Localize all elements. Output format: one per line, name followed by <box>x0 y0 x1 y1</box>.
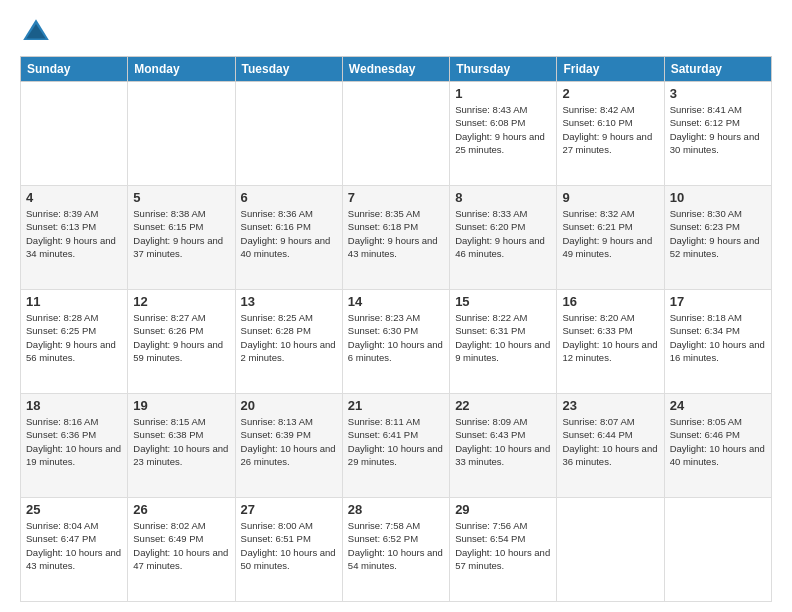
calendar-cell <box>342 82 449 186</box>
cell-info-text: Sunrise: 8:39 AMSunset: 6:13 PMDaylight:… <box>26 207 122 260</box>
col-header-saturday: Saturday <box>664 57 771 82</box>
col-header-wednesday: Wednesday <box>342 57 449 82</box>
cell-day-number: 28 <box>348 502 444 517</box>
cell-info-text: Sunrise: 8:23 AMSunset: 6:30 PMDaylight:… <box>348 311 444 364</box>
cell-day-number: 29 <box>455 502 551 517</box>
cell-day-number: 19 <box>133 398 229 413</box>
calendar-cell: 18Sunrise: 8:16 AMSunset: 6:36 PMDayligh… <box>21 394 128 498</box>
cell-day-number: 20 <box>241 398 337 413</box>
calendar-cell: 23Sunrise: 8:07 AMSunset: 6:44 PMDayligh… <box>557 394 664 498</box>
calendar-cell: 16Sunrise: 8:20 AMSunset: 6:33 PMDayligh… <box>557 290 664 394</box>
calendar-page: SundayMondayTuesdayWednesdayThursdayFrid… <box>0 0 792 612</box>
calendar-cell: 2Sunrise: 8:42 AMSunset: 6:10 PMDaylight… <box>557 82 664 186</box>
cell-day-number: 8 <box>455 190 551 205</box>
cell-info-text: Sunrise: 7:58 AMSunset: 6:52 PMDaylight:… <box>348 519 444 572</box>
cell-info-text: Sunrise: 8:27 AMSunset: 6:26 PMDaylight:… <box>133 311 229 364</box>
cell-info-text: Sunrise: 8:32 AMSunset: 6:21 PMDaylight:… <box>562 207 658 260</box>
cell-info-text: Sunrise: 8:42 AMSunset: 6:10 PMDaylight:… <box>562 103 658 156</box>
cell-day-number: 1 <box>455 86 551 101</box>
cell-info-text: Sunrise: 8:22 AMSunset: 6:31 PMDaylight:… <box>455 311 551 364</box>
cell-info-text: Sunrise: 8:38 AMSunset: 6:15 PMDaylight:… <box>133 207 229 260</box>
calendar-cell: 19Sunrise: 8:15 AMSunset: 6:38 PMDayligh… <box>128 394 235 498</box>
calendar-cell: 17Sunrise: 8:18 AMSunset: 6:34 PMDayligh… <box>664 290 771 394</box>
cell-info-text: Sunrise: 8:16 AMSunset: 6:36 PMDaylight:… <box>26 415 122 468</box>
calendar-cell: 10Sunrise: 8:30 AMSunset: 6:23 PMDayligh… <box>664 186 771 290</box>
cell-info-text: Sunrise: 8:11 AMSunset: 6:41 PMDaylight:… <box>348 415 444 468</box>
cell-day-number: 10 <box>670 190 766 205</box>
calendar-cell: 11Sunrise: 8:28 AMSunset: 6:25 PMDayligh… <box>21 290 128 394</box>
cell-day-number: 25 <box>26 502 122 517</box>
calendar-cell <box>664 498 771 602</box>
calendar-cell <box>235 82 342 186</box>
cell-day-number: 4 <box>26 190 122 205</box>
cell-info-text: Sunrise: 8:36 AMSunset: 6:16 PMDaylight:… <box>241 207 337 260</box>
cell-info-text: Sunrise: 8:07 AMSunset: 6:44 PMDaylight:… <box>562 415 658 468</box>
header <box>20 16 772 48</box>
cell-info-text: Sunrise: 8:43 AMSunset: 6:08 PMDaylight:… <box>455 103 551 156</box>
cell-info-text: Sunrise: 8:20 AMSunset: 6:33 PMDaylight:… <box>562 311 658 364</box>
calendar-cell: 20Sunrise: 8:13 AMSunset: 6:39 PMDayligh… <box>235 394 342 498</box>
cell-info-text: Sunrise: 8:13 AMSunset: 6:39 PMDaylight:… <box>241 415 337 468</box>
cell-day-number: 27 <box>241 502 337 517</box>
cell-day-number: 12 <box>133 294 229 309</box>
cell-day-number: 5 <box>133 190 229 205</box>
calendar-cell: 15Sunrise: 8:22 AMSunset: 6:31 PMDayligh… <box>450 290 557 394</box>
cell-info-text: Sunrise: 8:02 AMSunset: 6:49 PMDaylight:… <box>133 519 229 572</box>
calendar-cell: 27Sunrise: 8:00 AMSunset: 6:51 PMDayligh… <box>235 498 342 602</box>
calendar-table: SundayMondayTuesdayWednesdayThursdayFrid… <box>20 56 772 602</box>
cell-info-text: Sunrise: 7:56 AMSunset: 6:54 PMDaylight:… <box>455 519 551 572</box>
week-row-3: 11Sunrise: 8:28 AMSunset: 6:25 PMDayligh… <box>21 290 772 394</box>
cell-info-text: Sunrise: 8:00 AMSunset: 6:51 PMDaylight:… <box>241 519 337 572</box>
cell-info-text: Sunrise: 8:15 AMSunset: 6:38 PMDaylight:… <box>133 415 229 468</box>
col-header-sunday: Sunday <box>21 57 128 82</box>
week-row-1: 1Sunrise: 8:43 AMSunset: 6:08 PMDaylight… <box>21 82 772 186</box>
calendar-cell: 14Sunrise: 8:23 AMSunset: 6:30 PMDayligh… <box>342 290 449 394</box>
cell-info-text: Sunrise: 8:09 AMSunset: 6:43 PMDaylight:… <box>455 415 551 468</box>
cell-day-number: 21 <box>348 398 444 413</box>
cell-day-number: 18 <box>26 398 122 413</box>
cell-day-number: 26 <box>133 502 229 517</box>
col-header-friday: Friday <box>557 57 664 82</box>
calendar-cell: 26Sunrise: 8:02 AMSunset: 6:49 PMDayligh… <box>128 498 235 602</box>
logo-icon <box>20 16 52 48</box>
header-row: SundayMondayTuesdayWednesdayThursdayFrid… <box>21 57 772 82</box>
cell-day-number: 13 <box>241 294 337 309</box>
cell-info-text: Sunrise: 8:18 AMSunset: 6:34 PMDaylight:… <box>670 311 766 364</box>
cell-info-text: Sunrise: 8:33 AMSunset: 6:20 PMDaylight:… <box>455 207 551 260</box>
cell-day-number: 2 <box>562 86 658 101</box>
calendar-cell: 22Sunrise: 8:09 AMSunset: 6:43 PMDayligh… <box>450 394 557 498</box>
cell-info-text: Sunrise: 8:30 AMSunset: 6:23 PMDaylight:… <box>670 207 766 260</box>
calendar-cell: 12Sunrise: 8:27 AMSunset: 6:26 PMDayligh… <box>128 290 235 394</box>
calendar-cell: 7Sunrise: 8:35 AMSunset: 6:18 PMDaylight… <box>342 186 449 290</box>
calendar-cell: 1Sunrise: 8:43 AMSunset: 6:08 PMDaylight… <box>450 82 557 186</box>
week-row-5: 25Sunrise: 8:04 AMSunset: 6:47 PMDayligh… <box>21 498 772 602</box>
cell-day-number: 22 <box>455 398 551 413</box>
week-row-2: 4Sunrise: 8:39 AMSunset: 6:13 PMDaylight… <box>21 186 772 290</box>
calendar-cell: 29Sunrise: 7:56 AMSunset: 6:54 PMDayligh… <box>450 498 557 602</box>
cell-day-number: 6 <box>241 190 337 205</box>
cell-day-number: 23 <box>562 398 658 413</box>
week-row-4: 18Sunrise: 8:16 AMSunset: 6:36 PMDayligh… <box>21 394 772 498</box>
calendar-cell: 21Sunrise: 8:11 AMSunset: 6:41 PMDayligh… <box>342 394 449 498</box>
col-header-thursday: Thursday <box>450 57 557 82</box>
col-header-monday: Monday <box>128 57 235 82</box>
calendar-cell <box>21 82 128 186</box>
calendar-cell: 25Sunrise: 8:04 AMSunset: 6:47 PMDayligh… <box>21 498 128 602</box>
cell-info-text: Sunrise: 8:41 AMSunset: 6:12 PMDaylight:… <box>670 103 766 156</box>
cell-info-text: Sunrise: 8:04 AMSunset: 6:47 PMDaylight:… <box>26 519 122 572</box>
calendar-cell <box>128 82 235 186</box>
cell-day-number: 3 <box>670 86 766 101</box>
cell-day-number: 9 <box>562 190 658 205</box>
calendar-cell <box>557 498 664 602</box>
calendar-cell: 13Sunrise: 8:25 AMSunset: 6:28 PMDayligh… <box>235 290 342 394</box>
cell-info-text: Sunrise: 8:28 AMSunset: 6:25 PMDaylight:… <box>26 311 122 364</box>
cell-day-number: 14 <box>348 294 444 309</box>
cell-day-number: 16 <box>562 294 658 309</box>
cell-day-number: 15 <box>455 294 551 309</box>
cell-day-number: 7 <box>348 190 444 205</box>
cell-info-text: Sunrise: 8:35 AMSunset: 6:18 PMDaylight:… <box>348 207 444 260</box>
calendar-cell: 5Sunrise: 8:38 AMSunset: 6:15 PMDaylight… <box>128 186 235 290</box>
calendar-cell: 3Sunrise: 8:41 AMSunset: 6:12 PMDaylight… <box>664 82 771 186</box>
cell-day-number: 24 <box>670 398 766 413</box>
cell-day-number: 11 <box>26 294 122 309</box>
